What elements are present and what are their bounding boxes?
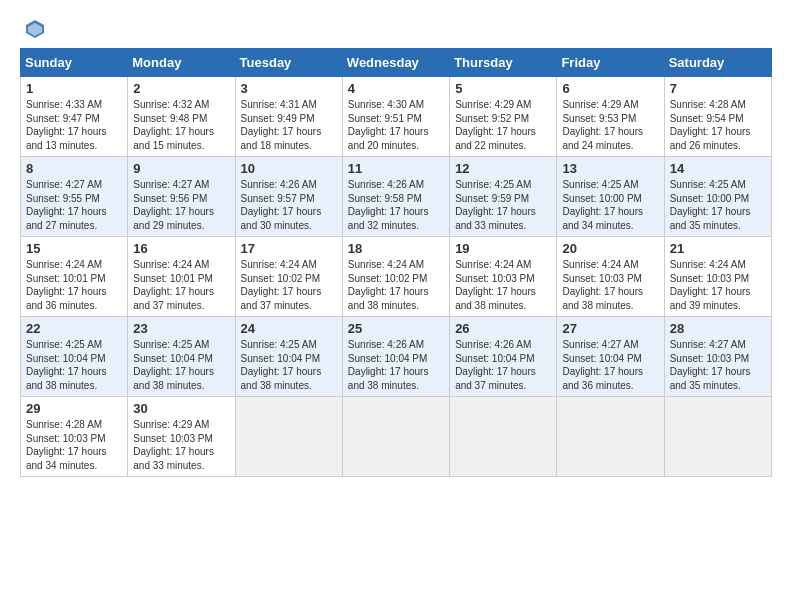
logo-flag-icon [24, 18, 46, 40]
day-number: 16 [133, 241, 229, 256]
day-number: 9 [133, 161, 229, 176]
day-details: Sunrise: 4:24 AM Sunset: 10:03 PM Daylig… [670, 258, 766, 312]
day-number: 19 [455, 241, 551, 256]
day-details: Sunrise: 4:32 AM Sunset: 9:48 PM Dayligh… [133, 98, 229, 152]
day-number: 17 [241, 241, 337, 256]
day-number: 18 [348, 241, 444, 256]
calendar-cell: 1Sunrise: 4:33 AM Sunset: 9:47 PM Daylig… [21, 77, 128, 157]
logo [20, 18, 48, 40]
day-number: 11 [348, 161, 444, 176]
day-number: 25 [348, 321, 444, 336]
day-number: 22 [26, 321, 122, 336]
calendar-cell: 15Sunrise: 4:24 AM Sunset: 10:01 PM Dayl… [21, 237, 128, 317]
day-number: 8 [26, 161, 122, 176]
calendar-table: Sunday Monday Tuesday Wednesday Thursday… [20, 48, 772, 477]
day-details: Sunrise: 4:29 AM Sunset: 10:03 PM Daylig… [133, 418, 229, 472]
day-header-wednesday: Wednesday [342, 49, 449, 77]
day-details: Sunrise: 4:28 AM Sunset: 10:03 PM Daylig… [26, 418, 122, 472]
calendar-cell: 14Sunrise: 4:25 AM Sunset: 10:00 PM Dayl… [664, 157, 771, 237]
day-number: 1 [26, 81, 122, 96]
day-number: 21 [670, 241, 766, 256]
day-header-friday: Friday [557, 49, 664, 77]
calendar-cell: 30Sunrise: 4:29 AM Sunset: 10:03 PM Dayl… [128, 397, 235, 477]
calendar-cell: 5Sunrise: 4:29 AM Sunset: 9:52 PM Daylig… [450, 77, 557, 157]
calendar-cell: 26Sunrise: 4:26 AM Sunset: 10:04 PM Dayl… [450, 317, 557, 397]
day-details: Sunrise: 4:27 AM Sunset: 9:55 PM Dayligh… [26, 178, 122, 232]
calendar-cell [450, 397, 557, 477]
calendar-week-row: 22Sunrise: 4:25 AM Sunset: 10:04 PM Dayl… [21, 317, 772, 397]
day-details: Sunrise: 4:30 AM Sunset: 9:51 PM Dayligh… [348, 98, 444, 152]
day-details: Sunrise: 4:24 AM Sunset: 10:01 PM Daylig… [26, 258, 122, 312]
calendar-cell: 21Sunrise: 4:24 AM Sunset: 10:03 PM Dayl… [664, 237, 771, 317]
calendar-cell [664, 397, 771, 477]
day-header-tuesday: Tuesday [235, 49, 342, 77]
day-details: Sunrise: 4:24 AM Sunset: 10:03 PM Daylig… [562, 258, 658, 312]
day-details: Sunrise: 4:25 AM Sunset: 9:59 PM Dayligh… [455, 178, 551, 232]
day-header-thursday: Thursday [450, 49, 557, 77]
calendar-week-row: 15Sunrise: 4:24 AM Sunset: 10:01 PM Dayl… [21, 237, 772, 317]
day-number: 2 [133, 81, 229, 96]
day-number: 3 [241, 81, 337, 96]
day-number: 15 [26, 241, 122, 256]
day-details: Sunrise: 4:25 AM Sunset: 10:04 PM Daylig… [133, 338, 229, 392]
day-number: 4 [348, 81, 444, 96]
day-details: Sunrise: 4:26 AM Sunset: 9:58 PM Dayligh… [348, 178, 444, 232]
calendar-page: Sunday Monday Tuesday Wednesday Thursday… [0, 0, 792, 612]
day-details: Sunrise: 4:26 AM Sunset: 9:57 PM Dayligh… [241, 178, 337, 232]
calendar-cell: 20Sunrise: 4:24 AM Sunset: 10:03 PM Dayl… [557, 237, 664, 317]
calendar-cell: 29Sunrise: 4:28 AM Sunset: 10:03 PM Dayl… [21, 397, 128, 477]
day-details: Sunrise: 4:25 AM Sunset: 10:00 PM Daylig… [562, 178, 658, 232]
day-details: Sunrise: 4:31 AM Sunset: 9:49 PM Dayligh… [241, 98, 337, 152]
day-details: Sunrise: 4:25 AM Sunset: 10:04 PM Daylig… [26, 338, 122, 392]
day-details: Sunrise: 4:24 AM Sunset: 10:01 PM Daylig… [133, 258, 229, 312]
day-number: 23 [133, 321, 229, 336]
day-number: 28 [670, 321, 766, 336]
calendar-cell: 28Sunrise: 4:27 AM Sunset: 10:03 PM Dayl… [664, 317, 771, 397]
day-details: Sunrise: 4:29 AM Sunset: 9:52 PM Dayligh… [455, 98, 551, 152]
day-number: 24 [241, 321, 337, 336]
day-details: Sunrise: 4:27 AM Sunset: 9:56 PM Dayligh… [133, 178, 229, 232]
calendar-cell [557, 397, 664, 477]
calendar-week-row: 29Sunrise: 4:28 AM Sunset: 10:03 PM Dayl… [21, 397, 772, 477]
day-number: 7 [670, 81, 766, 96]
calendar-cell: 6Sunrise: 4:29 AM Sunset: 9:53 PM Daylig… [557, 77, 664, 157]
day-details: Sunrise: 4:26 AM Sunset: 10:04 PM Daylig… [348, 338, 444, 392]
day-details: Sunrise: 4:25 AM Sunset: 10:00 PM Daylig… [670, 178, 766, 232]
day-details: Sunrise: 4:28 AM Sunset: 9:54 PM Dayligh… [670, 98, 766, 152]
calendar-cell [342, 397, 449, 477]
day-number: 14 [670, 161, 766, 176]
day-details: Sunrise: 4:24 AM Sunset: 10:02 PM Daylig… [348, 258, 444, 312]
days-header-row: Sunday Monday Tuesday Wednesday Thursday… [21, 49, 772, 77]
day-number: 26 [455, 321, 551, 336]
day-details: Sunrise: 4:33 AM Sunset: 9:47 PM Dayligh… [26, 98, 122, 152]
day-details: Sunrise: 4:24 AM Sunset: 10:02 PM Daylig… [241, 258, 337, 312]
calendar-cell: 18Sunrise: 4:24 AM Sunset: 10:02 PM Dayl… [342, 237, 449, 317]
day-number: 30 [133, 401, 229, 416]
day-details: Sunrise: 4:27 AM Sunset: 10:04 PM Daylig… [562, 338, 658, 392]
day-number: 29 [26, 401, 122, 416]
day-header-saturday: Saturday [664, 49, 771, 77]
calendar-cell: 9Sunrise: 4:27 AM Sunset: 9:56 PM Daylig… [128, 157, 235, 237]
day-header-monday: Monday [128, 49, 235, 77]
calendar-cell: 24Sunrise: 4:25 AM Sunset: 10:04 PM Dayl… [235, 317, 342, 397]
calendar-cell: 10Sunrise: 4:26 AM Sunset: 9:57 PM Dayli… [235, 157, 342, 237]
calendar-cell: 4Sunrise: 4:30 AM Sunset: 9:51 PM Daylig… [342, 77, 449, 157]
calendar-cell: 7Sunrise: 4:28 AM Sunset: 9:54 PM Daylig… [664, 77, 771, 157]
calendar-cell: 11Sunrise: 4:26 AM Sunset: 9:58 PM Dayli… [342, 157, 449, 237]
calendar-cell: 16Sunrise: 4:24 AM Sunset: 10:01 PM Dayl… [128, 237, 235, 317]
calendar-cell: 19Sunrise: 4:24 AM Sunset: 10:03 PM Dayl… [450, 237, 557, 317]
calendar-cell: 23Sunrise: 4:25 AM Sunset: 10:04 PM Dayl… [128, 317, 235, 397]
calendar-cell: 2Sunrise: 4:32 AM Sunset: 9:48 PM Daylig… [128, 77, 235, 157]
calendar-cell: 12Sunrise: 4:25 AM Sunset: 9:59 PM Dayli… [450, 157, 557, 237]
day-number: 27 [562, 321, 658, 336]
day-number: 10 [241, 161, 337, 176]
day-number: 13 [562, 161, 658, 176]
day-header-sunday: Sunday [21, 49, 128, 77]
day-number: 12 [455, 161, 551, 176]
calendar-cell: 27Sunrise: 4:27 AM Sunset: 10:04 PM Dayl… [557, 317, 664, 397]
calendar-cell [235, 397, 342, 477]
calendar-cell: 22Sunrise: 4:25 AM Sunset: 10:04 PM Dayl… [21, 317, 128, 397]
day-details: Sunrise: 4:25 AM Sunset: 10:04 PM Daylig… [241, 338, 337, 392]
day-number: 6 [562, 81, 658, 96]
calendar-week-row: 1Sunrise: 4:33 AM Sunset: 9:47 PM Daylig… [21, 77, 772, 157]
